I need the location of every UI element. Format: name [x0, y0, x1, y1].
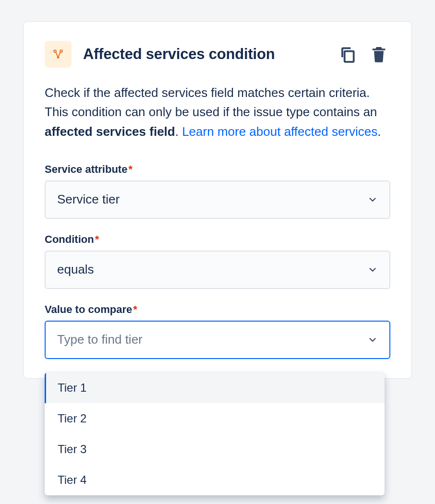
tier-dropdown: Tier 1Tier 2Tier 3Tier 4 — [45, 372, 385, 495]
required-asterisk: * — [128, 163, 133, 175]
card-title: Affected services condition — [83, 46, 275, 63]
label-text: Service attribute — [45, 163, 127, 175]
chevron-down-icon — [367, 335, 378, 345]
condition-value: equals — [57, 262, 94, 277]
rules-icon — [45, 41, 72, 68]
chevron-down-icon — [367, 264, 378, 275]
dropdown-option[interactable]: Tier 4 — [45, 465, 385, 495]
card-header: Affected services condition — [45, 41, 390, 68]
delete-button[interactable] — [367, 43, 390, 66]
value-to-compare-placeholder: Type to find tier — [57, 332, 143, 347]
trash-icon — [369, 45, 388, 64]
field-value-to-compare: Value to compare* Type to find tier — [45, 303, 390, 359]
header-actions — [337, 43, 390, 66]
required-asterisk: * — [95, 233, 99, 245]
condition-select[interactable]: equals — [45, 251, 390, 289]
field-condition: Condition* equals — [45, 233, 390, 289]
learn-more-link[interactable]: Learn more about affected services — [182, 124, 377, 139]
service-attribute-value: Service tier — [57, 192, 120, 207]
required-asterisk: * — [133, 303, 137, 315]
service-attribute-select[interactable]: Service tier — [45, 180, 390, 219]
card-description: Check if the affected services field mat… — [45, 83, 390, 141]
description-text-pre: Check if the affected services field mat… — [45, 85, 377, 119]
dropdown-option[interactable]: Tier 3 — [45, 434, 385, 465]
chevron-down-icon — [367, 194, 378, 205]
copy-icon — [338, 45, 357, 63]
duplicate-button[interactable] — [337, 43, 359, 65]
condition-card: Affected services condition Check if the… — [23, 21, 412, 379]
dropdown-option[interactable]: Tier 1 — [45, 372, 385, 403]
service-attribute-label: Service attribute* — [45, 163, 390, 176]
description-bold: affected services field — [45, 124, 175, 139]
svg-point-2 — [57, 56, 60, 59]
label-text: Value to compare — [45, 303, 132, 315]
value-to-compare-select[interactable]: Type to find tier — [45, 321, 390, 359]
condition-label: Condition* — [45, 233, 390, 246]
header-left: Affected services condition — [45, 41, 275, 68]
description-text-post: . — [175, 124, 182, 139]
svg-rect-3 — [345, 51, 354, 62]
field-service-attribute: Service attribute* Service tier — [45, 163, 390, 219]
value-to-compare-label: Value to compare* — [45, 303, 390, 316]
description-period: . — [377, 124, 381, 139]
label-text: Condition — [45, 233, 94, 245]
dropdown-option[interactable]: Tier 2 — [45, 403, 385, 434]
